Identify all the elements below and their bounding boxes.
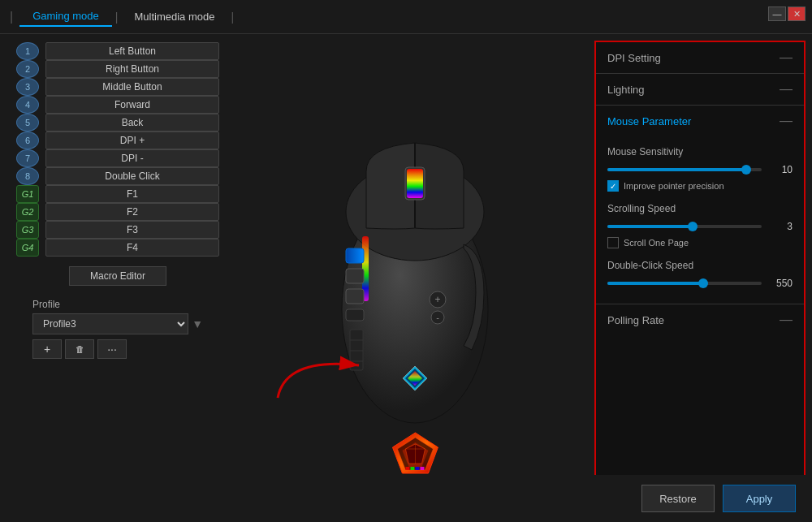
aula-diamond-icon [391,431,439,476]
button-row-5: 5Back [16,114,219,132]
dpi-setting-header[interactable]: DPI Setting — [596,42,804,73]
mouse-parameter-header[interactable]: Mouse Parameter — [596,106,804,136]
apply-button[interactable]: Apply [723,485,796,512]
button-row-8: 8Double Click [16,167,219,185]
profile-actions: + 🗑 ··· [32,339,203,359]
svg-rect-28 [405,467,409,470]
dpi-setting-toggle-icon: — [780,50,793,65]
double-click-speed-value: 550 [768,278,793,289]
right-panel: DPI Setting — Lighting — Mouse Parameter… [594,41,806,513]
mouse-button-forward[interactable]: Forward [45,96,219,114]
button-row-g3: G3F3 [16,221,219,239]
mouse-button-right-button[interactable]: Right Button [45,60,219,78]
add-profile-button[interactable]: + [32,339,62,359]
button-number-4: 4 [16,96,39,114]
tab-gaming-mode[interactable]: Gaming mode [19,6,112,27]
check-icon: ✓ [610,182,616,191]
button-row-g2: G2F2 [16,203,219,221]
improve-pointer-precision-label: Improve pointer precision [624,181,724,191]
scrolling-speed-thumb[interactable] [688,222,698,231]
double-click-speed-thumb[interactable] [698,278,708,288]
improve-pointer-precision-checkbox[interactable]: ✓ [607,180,619,192]
mouse-button-dpi--[interactable]: DPI - [45,149,219,167]
button-number-6: 6 [16,132,39,149]
button-row-2: 2Right Button [16,60,219,78]
more-profile-button[interactable]: ··· [97,339,127,359]
button-number-5: 5 [16,114,39,132]
mouse-button-f2[interactable]: F2 [45,203,219,221]
svg-rect-31 [420,467,424,470]
scroll-one-page-row: Scroll One Page [607,237,793,248]
close-button[interactable]: ✕ [788,6,806,21]
minimize-button[interactable]: — [768,6,786,21]
mouse-sensitivity-value: 10 [768,164,793,175]
button-number-g2: G2 [16,203,39,221]
button-row-4: 4Forward [16,96,219,114]
mouse-sensitivity-slider-container: 10 [607,164,793,175]
mouse-button-double-click[interactable]: Double Click [45,167,219,185]
button-row-6: 6DPI + [16,132,219,149]
polling-rate-label: Polling Rate [607,314,664,326]
profile-dropdown[interactable]: Profile3 [32,313,188,334]
scrolling-speed-track [607,225,762,228]
polling-rate-toggle-icon: — [780,313,793,327]
lighting-section: Lighting — [596,74,804,106]
button-number-3: 3 [16,78,39,96]
button-number-1: 1 [16,42,39,60]
scrolling-speed-fill [607,225,693,228]
improve-pointer-precision-row: ✓ Improve pointer precision [607,180,793,192]
mouse-button-f1[interactable]: F1 [45,185,219,203]
mouse-sensitivity-thumb[interactable] [741,165,751,175]
svg-rect-7 [346,269,364,283]
tab-divider: | [115,11,119,24]
button-row-3: 3Middle Button [16,78,219,96]
tab-bar: | Gaming mode | Multimedia mode | [0,0,812,34]
arrow-annotation [270,341,367,406]
mouse-button-left-button[interactable]: Left Button [45,42,219,60]
mouse-sensitivity-fill [607,168,746,171]
tab-divider-end: | [231,11,234,24]
button-number-7: 7 [16,149,39,167]
button-number-2: 2 [16,60,39,78]
lighting-toggle-icon: — [780,82,793,97]
button-number-8: 8 [16,167,39,185]
mouse-button-f4[interactable]: F4 [45,239,219,257]
mouse-parameter-label: Mouse Parameter [607,115,691,127]
scrolling-speed-value: 3 [768,221,793,232]
button-row-g1: G1F1 [16,185,219,203]
mouse-button-middle-button[interactable]: Middle Button [45,78,219,96]
double-click-speed-label: Double-Click Speed [607,260,793,271]
lighting-header[interactable]: Lighting — [596,74,804,105]
profile-section: Profile Profile3 ▼ + 🗑 ··· [16,299,219,359]
mouse-sensitivity-track [607,168,762,171]
mouse-button-dpi-+[interactable]: DPI + [45,132,219,149]
macro-editor-row: Macro Editor [16,266,219,286]
center-area: + - [235,34,594,520]
tab-multimedia-mode[interactable]: Multimedia mode [121,7,227,26]
svg-text:-: - [436,313,439,322]
restore-button[interactable]: Restore [641,485,715,512]
scrolling-speed-label: Scrolling Speed [607,203,793,214]
svg-rect-4 [407,169,423,198]
scroll-one-page-label: Scroll One Page [624,238,689,248]
delete-profile-button[interactable]: 🗑 [65,339,94,359]
svg-rect-29 [410,467,414,470]
double-click-speed-fill [607,282,703,285]
polling-rate-header[interactable]: Polling Rate — [596,304,804,335]
scroll-one-page-checkbox[interactable] [607,237,619,248]
svg-rect-8 [346,289,364,304]
mouse-button-f3[interactable]: F3 [45,221,219,239]
button-row-7: 7DPI - [16,149,219,167]
button-list: 1Left Button2Right Button3Middle Button4… [16,42,219,257]
svg-rect-9 [346,309,364,321]
mouse-parameter-content: Mouse Sensitivity 10 ✓ Improve pointer p… [596,136,804,304]
button-number-g3: G3 [16,221,39,239]
main-layout: 1Left Button2Right Button3Middle Button4… [0,34,812,520]
bottom-bar: Restore Apply [0,475,812,522]
dropdown-arrow-icon: ▼ [192,317,203,330]
profile-label: Profile [32,299,203,310]
svg-text:+: + [434,294,440,305]
macro-editor-button[interactable]: Macro Editor [69,266,166,286]
mouse-button-back[interactable]: Back [45,114,219,132]
button-row-1: 1Left Button [16,42,219,60]
